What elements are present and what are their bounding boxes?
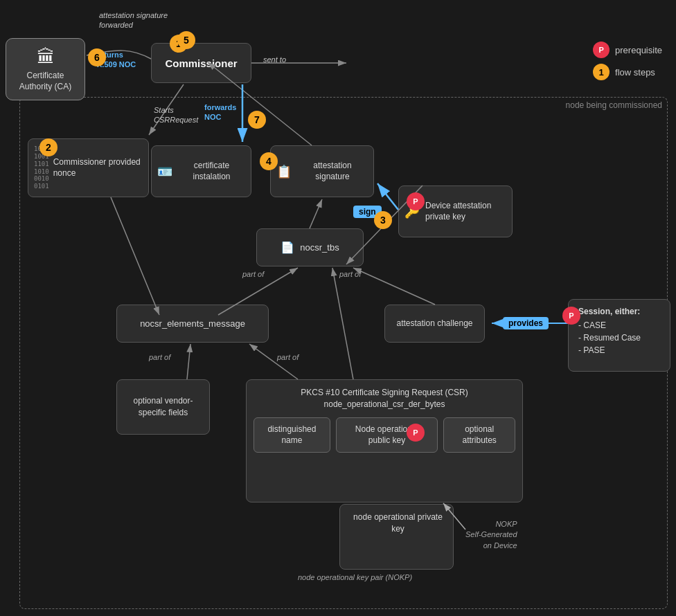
part-of-4-label: part of	[277, 353, 299, 361]
attestation-sig-box: 📋 attestation signature	[270, 145, 374, 197]
cert-install-icon: 🪪	[157, 164, 172, 179]
nocsr-elements-box: nocsr_elements_message	[116, 305, 269, 343]
part-of-1-label: part of	[242, 270, 264, 278]
commissioner-nonce-label: Commissioner provided nonce	[53, 157, 143, 179]
commissioner-box: Commissioner	[151, 43, 251, 83]
nokp-label: node operational key pair (NOKP)	[298, 573, 412, 581]
step-3-badge: 3	[374, 211, 392, 229]
step-4-badge: 4	[260, 152, 278, 170]
prerequisite-label: prerequisite	[615, 45, 662, 55]
optional-vendor-box: optional vendor-specific fields	[116, 379, 210, 435]
nocsr-elements-label: nocsr_elements_message	[140, 318, 245, 329]
flow-steps-badge: 1	[593, 64, 610, 80]
cert-install-label: certificate instalation	[178, 161, 245, 182]
session-title: Session, either:	[578, 307, 663, 316]
ca-box: 🏛 Certificate Authority (CA)	[6, 38, 85, 100]
node-op-privkey-label: node operational private key	[350, 511, 446, 535]
provides-label-container: provides	[503, 317, 549, 329]
flow-steps-label: flow steps	[615, 67, 655, 78]
commissioner-label: Commissioner	[165, 57, 237, 69]
session-box: Session, either: - CASE - Resumed Case -…	[568, 299, 670, 372]
sent-to-label: sent to	[263, 55, 286, 64]
forwards-noc-label: forwardsNOC	[204, 102, 236, 123]
attestation-forwarded-label: attestation signatureforwarded	[99, 10, 168, 30]
pkcs10-title: PKCS #10 Certificate Signing Request (CS…	[254, 387, 515, 410]
diagram-container: node being commissioned P prerequisite 1…	[0, 0, 676, 616]
nocsr-tbs-label: nocsr_tbs	[300, 242, 339, 253]
part-of-3-label: part of	[149, 353, 170, 361]
prereq-device-badge: P	[407, 192, 425, 210]
optional-attributes-box: optional attributes	[443, 417, 515, 453]
pkcs10-box: PKCS #10 Certificate Signing Request (CS…	[246, 379, 523, 502]
provides-label: provides	[503, 317, 549, 329]
prereq-nokp-badge: P	[407, 424, 425, 442]
step-7-badge: 7	[248, 111, 266, 129]
attestation-challenge-label: attestation challenge	[396, 318, 472, 329]
distinguished-name-box: distinguished name	[254, 417, 330, 453]
attestation-challenge-box: attestation challenge	[384, 305, 485, 343]
region-label: node being commissioned	[566, 100, 662, 110]
step-6-badge: 6	[88, 48, 106, 66]
step-2-badge: 2	[39, 138, 57, 156]
legend: P prerequisite 1 flow steps	[593, 42, 662, 80]
attestation-sig-label: attestation signature	[297, 161, 368, 182]
attestation-sig-icon: 📋	[276, 164, 292, 179]
ca-icon: 🏛	[37, 46, 55, 68]
optional-vendor-label: optional vendor-specific fields	[123, 395, 204, 419]
nokp-self-generated-label: NOKPSelf-Generatedon Device	[465, 519, 517, 551]
prerequisite-badge: P	[593, 42, 610, 58]
node-op-privkey-box: node operational private key	[339, 504, 454, 570]
nocsr-tbs-icon: 📄	[281, 241, 294, 254]
prereq-session-badge: P	[562, 307, 580, 325]
legend-prerequisite: P prerequisite	[593, 42, 662, 58]
ca-title: Certificate Authority (CA)	[10, 71, 80, 92]
session-items: - CASE - Resumed Case - PASE	[578, 319, 663, 356]
step-5-badge: 5	[177, 31, 195, 49]
part-of-2-label: part of	[339, 270, 361, 278]
device-attestation-label: Device attestation private key	[425, 201, 506, 222]
cert-installation-box: 🪪 certificate instalation	[151, 145, 251, 197]
legend-flow-steps: 1 flow steps	[593, 64, 662, 80]
nocsr-tbs-box: 📄 nocsr_tbs	[256, 228, 364, 266]
starts-csr-label: StartsCSRRequest	[154, 105, 198, 125]
